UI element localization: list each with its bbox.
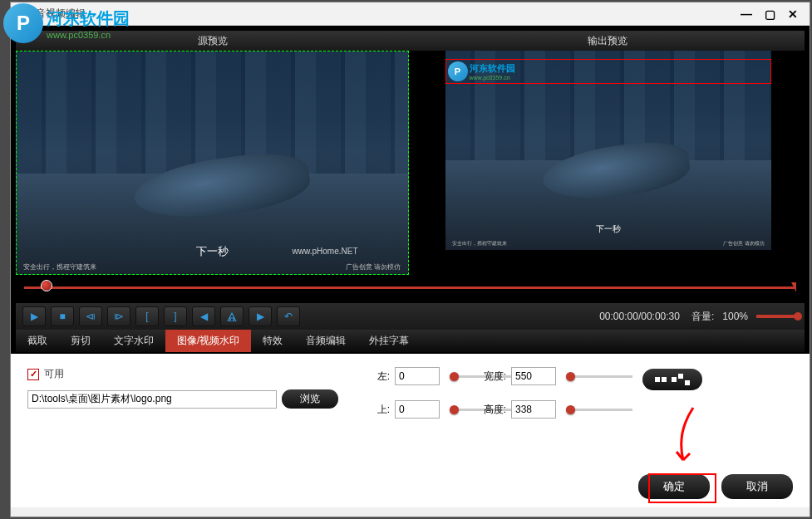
dot-icon [672, 377, 677, 382]
left-label: 左: [360, 370, 390, 384]
position-preset-button[interactable] [642, 369, 702, 390]
volume-slider[interactable] [756, 315, 798, 318]
tabs-bar: 截取 剪切 文字水印 图像/视频水印 特效 音频编辑 外挂字幕 [16, 330, 805, 352]
play-button[interactable]: ▶ [22, 306, 46, 326]
jump-back-button[interactable]: ◀ [192, 306, 215, 326]
volume-knob[interactable] [794, 312, 802, 321]
top-label: 上: [360, 403, 390, 417]
timeline-end-marker[interactable] [791, 282, 796, 292]
annotation-arrow-icon [668, 404, 701, 470]
dot-icon [678, 374, 683, 379]
next-frame-button[interactable]: ⧐ [107, 306, 130, 326]
logo-main-text: 河东软件园 [47, 7, 130, 30]
jump-home-button[interactable] [220, 306, 244, 326]
tab-text-watermark[interactable]: 文字水印 [102, 330, 165, 352]
height-label: 高度: [476, 403, 506, 417]
dot-icon [655, 377, 660, 382]
close-button[interactable]: ✕ [783, 7, 803, 22]
enable-label: 可用 [44, 367, 64, 381]
logo-circle-icon: P [3, 3, 43, 43]
height-slider[interactable] [566, 409, 632, 411]
phome-watermark: www.pHome.NET [293, 247, 358, 256]
maximize-button[interactable]: ▢ [760, 7, 780, 22]
bracket-left-button[interactable]: [ [135, 306, 159, 326]
output-preview-panel[interactable]: P 河东软件园 www.pc0359.cn 下一秒 安全出行，携程守建筑来 广告… [412, 51, 805, 275]
width-slider[interactable] [566, 375, 632, 378]
source-subtitle: 下一秒 [196, 244, 229, 259]
bracket-right-button[interactable]: ] [164, 306, 187, 326]
output-subtitle: 下一秒 [596, 223, 621, 235]
browse-button[interactable]: 浏览 [282, 389, 338, 409]
page-watermark-logo: P 河东软件园 www.pc0359.cn [0, 0, 133, 47]
dot-icon [685, 380, 690, 385]
source-footer-left: 安全出行，携程守建筑来 [23, 262, 96, 272]
jump-forward-button[interactable]: ▶ [249, 306, 272, 326]
tab-subtitles[interactable]: 外挂字幕 [357, 330, 421, 352]
undo-button[interactable]: ↶ [277, 306, 300, 326]
minimize-button[interactable]: — [736, 7, 756, 22]
watermark-editor-panel: 可用 浏览 左: 上: 宽度: 高度: [11, 354, 810, 507]
overlay-logo-text: 河东软件园 [470, 62, 515, 75]
timeline-handle[interactable] [41, 280, 52, 291]
overlay-logo-icon: P [448, 61, 468, 81]
timeline-slider[interactable] [24, 280, 796, 296]
watermark-overlay-box[interactable]: P 河东软件园 www.pc0359.cn [445, 59, 772, 84]
output-footer-right: 广告创意 请勿模仿 [723, 240, 765, 247]
output-preview-header: 输出预览 [411, 31, 805, 51]
volume-value: 100% [722, 311, 748, 322]
width-input[interactable] [511, 367, 556, 385]
enable-checkbox[interactable] [27, 369, 39, 380]
prev-frame-button[interactable]: ⧏ [79, 306, 102, 326]
watermark-path-input[interactable] [27, 390, 277, 409]
overlay-logo-url: www.pc0359.cn [470, 75, 515, 81]
tab-effects[interactable]: 特效 [251, 330, 294, 352]
cancel-button[interactable]: 取消 [721, 474, 793, 499]
width-label: 宽度: [476, 370, 506, 384]
height-input[interactable] [511, 400, 556, 419]
tab-image-watermark[interactable]: 图像/视频水印 [165, 330, 251, 352]
output-footer-left: 安全出行，携程守建筑来 [452, 240, 507, 247]
tab-clip[interactable]: 截取 [16, 330, 59, 352]
tab-cut[interactable]: 剪切 [59, 330, 102, 352]
top-input[interactable] [395, 400, 440, 419]
source-footer-right: 广告创意 请勿模仿 [346, 262, 401, 272]
tab-audio-edit[interactable]: 音频编辑 [294, 330, 357, 352]
source-preview-panel[interactable]: 下一秒 www.pHome.NET 安全出行，携程守建筑来 广告创意 请勿模仿 [16, 51, 409, 275]
time-display: 00:00:00/00:00:30 [599, 311, 680, 322]
dot-icon [662, 377, 667, 382]
confirm-button[interactable]: 确定 [638, 474, 710, 499]
logo-sub-text: www.pc0359.cn [47, 30, 130, 40]
volume-label: 音量: [691, 310, 714, 324]
left-input[interactable] [395, 367, 440, 385]
stop-button[interactable]: ■ [51, 306, 74, 326]
